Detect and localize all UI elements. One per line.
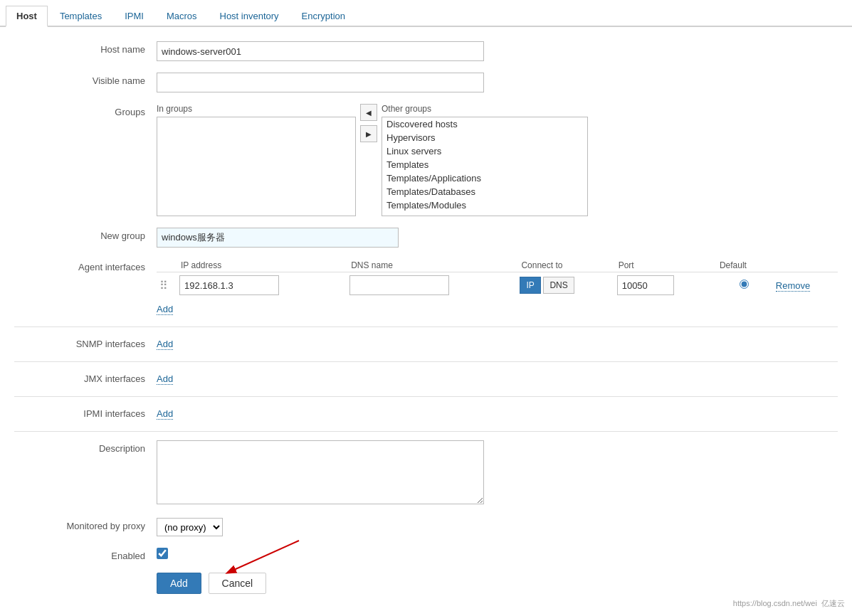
in-groups-list[interactable] — [157, 117, 356, 216]
host-name-content — [157, 41, 838, 61]
groups-label: Groups — [14, 104, 157, 117]
monitored-by-proxy-content: (no proxy) — [157, 518, 838, 536]
groups-content: In groups ◀ ▶ Other groups Discovered ho… — [157, 104, 838, 216]
monitored-by-proxy-label: Monitored by proxy — [14, 518, 157, 531]
interface-row: ⠿ IP DNS Remove — [157, 272, 838, 299]
ip-address-input[interactable] — [179, 275, 279, 295]
host-name-label: Host name — [14, 41, 157, 55]
new-group-label: New group — [14, 228, 157, 241]
ipmi-interfaces-row: IPMI interfaces Add — [14, 405, 838, 420]
list-item[interactable]: Templates/Applications — [382, 171, 587, 185]
list-item[interactable]: Linux servers — [382, 144, 587, 158]
form-container: Host name Visible name Groups In groups — [0, 27, 852, 616]
jmx-interfaces-content: Add — [157, 371, 838, 385]
description-row: Description — [14, 440, 838, 506]
arrow-left-btn[interactable]: ◀ — [360, 104, 377, 121]
description-textarea[interactable] — [157, 440, 484, 504]
agent-interfaces-label: Agent interfaces — [14, 259, 157, 272]
tab-bar: Host Templates IPMI Macros Host inventor… — [0, 0, 852, 27]
th-ip-address: IP address — [177, 259, 347, 272]
other-groups-section: Other groups Discovered hosts Hypervisor… — [382, 104, 588, 216]
tab-host[interactable]: Host — [6, 6, 48, 27]
tab-encryption[interactable]: Encryption — [291, 6, 356, 26]
groups-arrows: ◀ ▶ — [356, 104, 382, 142]
monitored-by-proxy-row: Monitored by proxy (no proxy) — [14, 518, 838, 536]
list-item[interactable]: Hypervisors — [382, 131, 587, 144]
list-item[interactable]: Templates — [382, 158, 587, 171]
other-groups-list[interactable]: Discovered hosts Hypervisors Linux serve… — [382, 117, 588, 216]
list-item[interactable]: Templates/Modules — [382, 198, 587, 212]
description-label: Description — [14, 440, 157, 454]
list-item[interactable]: Templates/Network Devices — [382, 212, 587, 216]
th-connect-to: Connect to — [517, 259, 614, 272]
connect-dns-button[interactable]: DNS — [543, 277, 574, 294]
agent-interfaces-content: IP address DNS name Connect to Port Defa… — [157, 259, 838, 315]
in-groups-section: In groups — [157, 104, 356, 216]
visible-name-content — [157, 73, 838, 92]
default-radio[interactable] — [740, 280, 749, 289]
tab-host-inventory[interactable]: Host inventory — [209, 6, 290, 26]
tab-macros[interactable]: Macros — [156, 6, 208, 26]
arrow-right-btn[interactable]: ▶ — [360, 125, 377, 142]
list-item[interactable]: Templates/Databases — [382, 185, 587, 198]
new-group-content — [157, 228, 838, 248]
ipmi-interfaces-content: Add — [157, 405, 838, 420]
ipmi-interfaces-label: IPMI interfaces — [14, 405, 157, 419]
add-button[interactable]: Add — [157, 573, 201, 594]
jmx-add-link[interactable]: Add — [157, 373, 173, 385]
description-content — [157, 440, 838, 506]
groups-section: In groups ◀ ▶ Other groups Discovered ho… — [157, 104, 838, 216]
agent-interfaces-table: IP address DNS name Connect to Port Defa… — [157, 259, 838, 298]
snmp-add-link[interactable]: Add — [157, 339, 173, 350]
dns-name-input[interactable] — [349, 275, 449, 295]
snmp-interfaces-row: SNMP interfaces Add — [14, 336, 838, 350]
jmx-interfaces-row: JMX interfaces Add — [14, 371, 838, 385]
proxy-select[interactable]: (no proxy) — [157, 518, 223, 536]
th-dns-name: DNS name — [347, 259, 517, 272]
jmx-interfaces-label: JMX interfaces — [14, 371, 157, 384]
enabled-row: Enabled — [14, 548, 838, 561]
tab-templates[interactable]: Templates — [49, 6, 112, 26]
visible-name-label: Visible name — [14, 73, 157, 86]
in-groups-label: In groups — [157, 104, 356, 114]
connect-ip-button[interactable]: IP — [520, 277, 540, 294]
agent-add-link[interactable]: Add — [157, 304, 173, 315]
enabled-checkbox[interactable] — [157, 548, 168, 559]
groups-row: Groups In groups ◀ ▶ Other groups Discov… — [14, 104, 838, 216]
drag-handle[interactable]: ⠿ — [157, 272, 177, 299]
new-group-input[interactable] — [157, 228, 399, 248]
port-input[interactable] — [617, 275, 674, 295]
watermark: https://blog.csdn.net/wei 亿速云 — [733, 598, 845, 609]
enabled-content — [157, 548, 838, 561]
visible-name-row: Visible name — [14, 73, 838, 92]
ipmi-add-link[interactable]: Add — [157, 408, 173, 420]
th-default: Default — [715, 259, 773, 272]
cancel-button[interactable]: Cancel — [209, 573, 267, 594]
action-buttons-content: Add Cancel — [157, 573, 838, 594]
enabled-label: Enabled — [14, 548, 157, 561]
snmp-interfaces-content: Add — [157, 336, 838, 350]
new-group-row: New group — [14, 228, 838, 248]
other-groups-label: Other groups — [382, 104, 588, 114]
visible-name-input[interactable] — [157, 73, 484, 92]
snmp-interfaces-label: SNMP interfaces — [14, 336, 157, 349]
remove-link[interactable]: Remove — [776, 280, 810, 292]
list-item[interactable]: Discovered hosts — [382, 117, 587, 131]
action-buttons-row: Add Cancel — [14, 573, 838, 594]
agent-interfaces-row: Agent interfaces IP address DNS name Con… — [14, 259, 838, 315]
host-name-row: Host name — [14, 41, 838, 61]
th-port: Port — [614, 259, 715, 272]
host-name-input[interactable] — [157, 41, 484, 61]
tab-ipmi[interactable]: IPMI — [114, 6, 154, 26]
